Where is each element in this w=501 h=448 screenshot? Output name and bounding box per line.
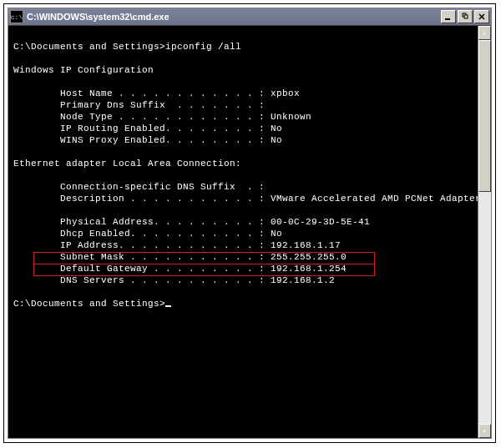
adapter-header: Ethernet adapter Local Area Connection:	[13, 159, 241, 169]
prompt-line: C:\Documents and Settings>ipconfig /all	[13, 42, 241, 52]
host-name-line: Host Name . . . . . . . . . . . . : xpbo…	[13, 88, 300, 98]
scroll-down-button[interactable]: ▾	[478, 424, 491, 438]
wins-proxy-line: WINS Proxy Enabled. . . . . . . . : No	[13, 135, 282, 145]
ip-routing-line: IP Routing Enabled. . . . . . . . : No	[13, 123, 282, 133]
ip-address-line: IP Address. . . . . . . . . . . . : 192.…	[13, 240, 341, 250]
dns-servers-line: DNS Servers . . . . . . . . . . . : 192.…	[13, 275, 335, 285]
cursor	[165, 305, 171, 307]
scroll-up-button[interactable]: ▴	[478, 26, 491, 40]
console-output: C:\Documents and Settings>ipconfig /all …	[13, 29, 476, 321]
window-controls	[441, 10, 489, 23]
gateway-line: Default Gateway . . . . . . . . . : 192.…	[13, 264, 347, 274]
description-line: Description . . . . . . . . . . . : VMwa…	[13, 194, 481, 204]
titlebar[interactable]: c:\ C:\WINDOWS\system32\cmd.exe	[8, 8, 491, 26]
svg-rect-0	[445, 18, 450, 20]
scroll-thumb[interactable]	[478, 40, 491, 192]
dhcp-line: Dhcp Enabled. . . . . . . . . . . : No	[13, 229, 282, 239]
cmd-icon: c:\	[10, 10, 23, 23]
section-header: Windows IP Configuration	[13, 65, 154, 75]
minimize-button[interactable]	[441, 10, 456, 23]
primary-dns-suffix-line: Primary Dns Suffix . . . . . . . :	[13, 100, 265, 110]
scroll-track[interactable]	[478, 40, 491, 424]
close-button[interactable]	[474, 10, 489, 23]
console[interactable]: C:\Documents and Settings>ipconfig /all …	[8, 26, 491, 438]
physical-address-line: Physical Address. . . . . . . . . : 00-0…	[13, 217, 370, 227]
node-type-line: Node Type . . . . . . . . . . . . : Unkn…	[13, 112, 311, 122]
vertical-scrollbar[interactable]: ▴ ▾	[478, 26, 491, 438]
prompt-line-2: C:\Documents and Settings>	[13, 299, 171, 309]
maximize-button[interactable]	[458, 10, 473, 23]
screenshot-frame: c:\ C:\WINDOWS\system32\cmd.exe C:\Docum…	[3, 3, 496, 443]
conn-suffix-line: Connection-specific DNS Suffix . :	[13, 182, 265, 192]
window-title: C:\WINDOWS\system32\cmd.exe	[27, 12, 441, 22]
svg-rect-2	[464, 15, 468, 18]
cmd-window: c:\ C:\WINDOWS\system32\cmd.exe C:\Docum…	[8, 8, 492, 439]
subnet-mask-line: Subnet Mask . . . . . . . . . . . : 255.…	[13, 252, 347, 262]
